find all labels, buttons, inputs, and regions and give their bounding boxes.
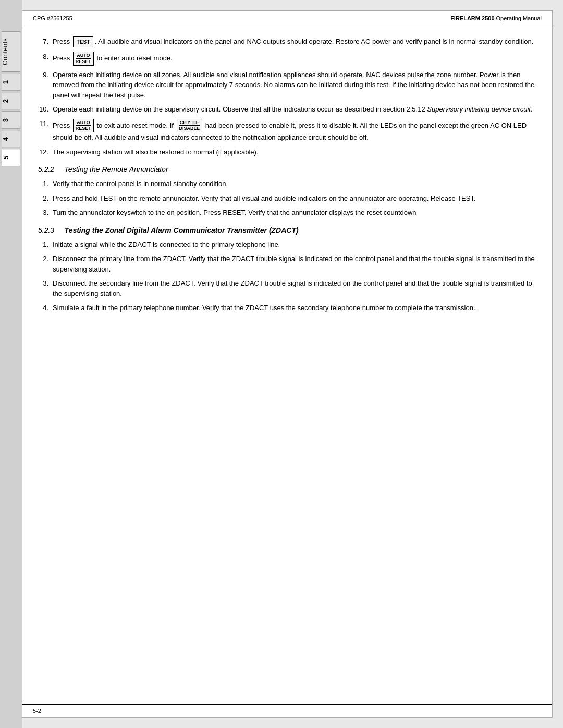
list-content: Press and hold TEST on the remote annunc…: [53, 193, 536, 204]
list-content: Disconnect the secondary line from the Z…: [53, 278, 536, 299]
list-content: Disconnect the primary line from the ZDA…: [53, 254, 536, 274]
list-num: 9.: [38, 70, 48, 101]
header-suffix: Operating Manual: [495, 15, 542, 21]
list-content: Turn the annunciator keyswitch to the on…: [53, 207, 536, 218]
list-num: 7.: [38, 36, 48, 47]
list-item: 2. Disconnect the primary line from the …: [38, 254, 536, 274]
list-item: 11. Press AUTORESET to exit auto-reset m…: [38, 119, 536, 143]
list-content: Press AUTORESET to enter auto reset mode…: [53, 52, 536, 66]
list-num: 11.: [38, 119, 48, 143]
header-brand: FIRELARM 2500: [450, 15, 494, 21]
section-522-list: 1. Verify that the control panel is in n…: [38, 179, 536, 218]
intro-list: 7. Press TEST. All audible and visual in…: [38, 36, 536, 157]
list-content: Press TEST. All audible and visual indic…: [53, 36, 536, 47]
city-tie-disable-button[interactable]: CITY TIEDISABLE: [177, 119, 203, 133]
section-523-num: 5.2.3: [38, 226, 65, 235]
list-content: Operate each initiating device on the su…: [53, 104, 536, 115]
list-content: Operate each initiating device on all zo…: [53, 70, 536, 101]
list-content: The supervising station will also be res…: [53, 147, 536, 157]
list-num: 3.: [38, 278, 48, 299]
section-522-num: 5.2.2: [38, 165, 65, 174]
list-num: 3.: [38, 207, 48, 218]
section-523-title: Testing the Zonal Digital Alarm Communic…: [65, 226, 299, 235]
sidebar-item-2[interactable]: 2: [2, 92, 20, 109]
sidebar-item-contents[interactable]: Contents: [2, 31, 20, 72]
header-left: CPG #2561255: [33, 15, 72, 21]
page-header: CPG #2561255 FIRELARM 2500 Operating Man…: [22, 11, 552, 26]
auto-reset-button[interactable]: AUTORESET: [73, 52, 94, 66]
list-content: Verify that the control panel is in norm…: [53, 179, 536, 189]
main-content: CPG #2561255 FIRELARM 2500 Operating Man…: [22, 10, 553, 718]
section-522-heading: 5.2.2 Testing the Remote Annunciator: [38, 165, 536, 174]
list-item: 9. Operate each initiating device on all…: [38, 70, 536, 101]
list-num: 2.: [38, 254, 48, 274]
list-item: 1. Initiate a signal while the ZDACT is …: [38, 240, 536, 250]
sidebar: Contents 1 2 3 4 5: [0, 0, 22, 728]
list-num: 10.: [38, 104, 48, 115]
list-content: Press AUTORESET to exit auto-reset mode.…: [53, 119, 536, 143]
sidebar-item-3[interactable]: 3: [2, 111, 20, 129]
list-item: 2. Press and hold TEST on the remote ann…: [38, 193, 536, 204]
list-num: 4.: [38, 303, 48, 313]
list-num: 1.: [38, 179, 48, 189]
list-item: 7. Press TEST. All audible and visual in…: [38, 36, 536, 47]
list-num: 1.: [38, 240, 48, 250]
auto-reset-button-2[interactable]: AUTORESET: [73, 119, 94, 133]
list-item: 4. Simulate a fault in the primary telep…: [38, 303, 536, 313]
page-number: 5-2: [33, 708, 41, 714]
list-item: 12. The supervising station will also be…: [38, 147, 536, 157]
page-footer: 5-2: [22, 704, 552, 717]
list-item: 3. Turn the annunciator keyswitch to the…: [38, 207, 536, 218]
list-item: 10. Operate each initiating device on th…: [38, 104, 536, 115]
list-content: Simulate a fault in the primary telephon…: [53, 303, 536, 313]
list-num: 2.: [38, 193, 48, 204]
list-num: 12.: [38, 147, 48, 157]
list-num: 8.: [38, 52, 48, 66]
test-button[interactable]: TEST: [73, 36, 94, 47]
list-item: 8. Press AUTORESET to enter auto reset m…: [38, 52, 536, 66]
section-522-title: Testing the Remote Annunciator: [65, 165, 168, 174]
page-body: 7. Press TEST. All audible and visual in…: [22, 26, 552, 704]
section-523-list: 1. Initiate a signal while the ZDACT is …: [38, 240, 536, 313]
sidebar-item-1[interactable]: 1: [2, 73, 20, 91]
list-item: 1. Verify that the control panel is in n…: [38, 179, 536, 189]
header-right: FIRELARM 2500 Operating Manual: [450, 15, 542, 21]
sidebar-item-4[interactable]: 4: [2, 130, 20, 147]
list-content: Initiate a signal while the ZDACT is con…: [53, 240, 536, 250]
sidebar-item-5[interactable]: 5: [2, 149, 20, 166]
section-523-heading: 5.2.3 Testing the Zonal Digital Alarm Co…: [38, 226, 536, 235]
list-item: 3. Disconnect the secondary line from th…: [38, 278, 536, 299]
